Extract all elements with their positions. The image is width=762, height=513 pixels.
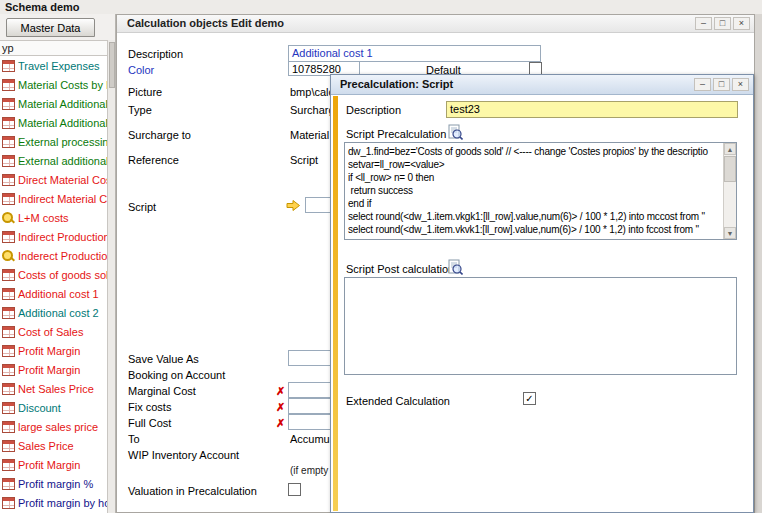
list-item-label: External processing	[18, 136, 107, 148]
list-item-label: Material Additional C	[18, 98, 107, 110]
fix-costs-error-icon: ✗	[276, 401, 285, 414]
script-precalculation-box[interactable]: dw_1.find=bez='Costs of goods sold' // <…	[344, 142, 737, 240]
script-scrollbar[interactable]: ▲ ▼	[723, 143, 736, 239]
list-item-label: Costs of goods sold	[18, 269, 107, 281]
list-item[interactable]: Travel Expenses	[0, 56, 107, 75]
table-icon	[2, 193, 15, 205]
valuation-in-precalculation-checkbox[interactable]	[288, 483, 301, 496]
list-item[interactable]: Profit margin by ho	[0, 493, 107, 512]
dialog-description-input[interactable]: test23	[446, 101, 738, 118]
list-item[interactable]: Profit Margin	[0, 455, 107, 474]
color-label[interactable]: Color	[128, 64, 154, 76]
script-pre-text: dw_1.find=bez='Costs of goods sold' // <…	[345, 143, 723, 239]
list-item[interactable]: Material Additional C	[0, 113, 107, 132]
list-item-label: Net Sales Price	[18, 383, 94, 395]
precalculation-dialog: Precalculation: Script – □ × Description…	[330, 74, 754, 513]
sidebar-scrollbar[interactable]	[107, 40, 116, 513]
list-item-label: Travel Expenses	[18, 60, 100, 72]
list-item-label: Material Additional C	[18, 117, 107, 129]
edit-window-buttons: – □ ×	[695, 17, 750, 30]
dialog-maximize-button[interactable]: □	[713, 78, 730, 91]
list-item[interactable]: L+M costs	[0, 208, 107, 227]
picture-label: Picture	[128, 86, 162, 98]
table-icon	[2, 98, 15, 110]
edit-window-titlebar[interactable]: Calculation objects Edit demo – □ ×	[117, 15, 754, 33]
table-icon	[2, 326, 15, 338]
description-label: Description	[128, 48, 183, 60]
list-item[interactable]: large sales price	[0, 417, 107, 436]
arrow-right-icon[interactable]	[286, 199, 301, 212]
list-item[interactable]: Material Additional C	[0, 94, 107, 113]
list-item[interactable]: Cost of Sales	[0, 322, 107, 341]
table-icon	[2, 79, 15, 91]
table-icon	[2, 269, 15, 281]
scroll-up-icon[interactable]: ▲	[724, 143, 736, 155]
list-item[interactable]: Discount	[0, 398, 107, 417]
list-item[interactable]: Material Costs by Bi	[0, 75, 107, 94]
if-empty-note: (if empty	[290, 465, 328, 476]
table-icon	[2, 136, 15, 148]
booking-on-account-label: Booking on Account	[128, 369, 225, 381]
to-value[interactable]: Accumul	[290, 433, 332, 445]
dialog-minimize-button[interactable]: –	[694, 78, 711, 91]
dialog-titlebar[interactable]: Precalculation: Script – □ ×	[331, 75, 753, 95]
dialog-buttons: – □ ×	[694, 78, 749, 91]
list-item[interactable]: Indirect Production	[0, 227, 107, 246]
script-label: Script	[128, 201, 156, 213]
list-item[interactable]: Indirect Material Co	[0, 189, 107, 208]
table-icon	[2, 383, 15, 395]
list-item[interactable]: External additional c	[0, 151, 107, 170]
list-item-label: Cost of Sales	[18, 326, 83, 338]
application-window: Schema demo Master Data yp Travel Expens…	[0, 0, 762, 513]
minimize-button[interactable]: –	[695, 17, 712, 30]
list-item[interactable]: Additional cost 2	[0, 303, 107, 322]
list-item-label: large sales price	[18, 421, 98, 433]
list-item-label: Profit Margin	[18, 364, 80, 376]
type-value[interactable]: Surcharg	[290, 104, 335, 116]
script-post-calculation-label: Script Post calculation	[346, 263, 454, 275]
list-item[interactable]: Profit Margin	[0, 360, 107, 379]
marginal-cost-label: Marginal Cost	[128, 385, 196, 397]
list-item-label: Direct Material Cost	[18, 174, 107, 186]
close-button[interactable]: ×	[733, 17, 750, 30]
key-icon	[2, 212, 15, 224]
table-icon	[2, 364, 15, 376]
list-item-label: Indirect Production	[18, 231, 107, 243]
list-column-header-label: yp	[2, 42, 14, 54]
picture-value[interactable]: bmp\calc	[290, 86, 334, 98]
list-item[interactable]: Profit Margin	[0, 341, 107, 360]
reference-value[interactable]: Script	[290, 154, 318, 166]
master-data-tab[interactable]: Master Data	[6, 18, 95, 37]
dialog-description-label: Description	[346, 104, 401, 116]
script-scrollbar-thumb[interactable]	[724, 156, 736, 182]
list-item[interactable]: Direct Material Cost	[0, 170, 107, 189]
list-item-label: L+M costs	[18, 212, 68, 224]
type-label: Type	[128, 104, 152, 116]
list-item[interactable]: Net Sales Price	[0, 379, 107, 398]
list-item[interactable]: Additional cost 1	[0, 284, 107, 303]
sidebar-scrollbar-thumb[interactable]	[109, 42, 115, 88]
full-cost-error-icon: ✗	[276, 417, 285, 430]
dialog-close-button[interactable]: ×	[732, 78, 749, 91]
script-post-calculation-box[interactable]	[344, 277, 737, 375]
list-item[interactable]: Sales Price	[0, 436, 107, 455]
list-item[interactable]: External processing	[0, 132, 107, 151]
edit-window-title: Calculation objects Edit demo	[127, 17, 284, 29]
table-icon	[2, 402, 15, 414]
sidebar-list: Travel ExpensesMaterial Costs by BiMater…	[0, 56, 107, 513]
app-titlebar[interactable]: Schema demo	[0, 0, 762, 14]
maximize-button[interactable]: □	[714, 17, 731, 30]
dialog-accent-strip	[333, 96, 338, 511]
list-item[interactable]: Inderect Production	[0, 246, 107, 265]
list-item-label: Inderect Production	[18, 250, 107, 262]
extended-calculation-checkbox[interactable]: ✓	[523, 392, 536, 405]
script-precalculation-zoom-icon[interactable]	[447, 124, 463, 140]
valuation-in-precalculation-label: Valuation in Precalculation	[128, 485, 257, 497]
list-item[interactable]: Profit margin %	[0, 474, 107, 493]
description-input[interactable]: Additional cost 1	[288, 45, 541, 62]
script-post-calculation-zoom-icon[interactable]	[447, 259, 463, 275]
list-item[interactable]: Costs of goods sold	[0, 265, 107, 284]
save-value-as-label: Save Value As	[128, 353, 199, 365]
scroll-down-icon[interactable]: ▼	[724, 227, 736, 239]
table-icon	[2, 60, 15, 72]
